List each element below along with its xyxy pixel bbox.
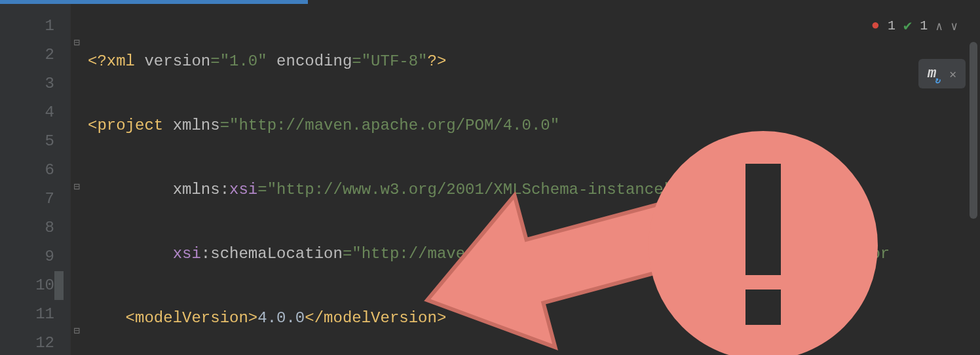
code-line[interactable]: xsi:schemaLocation="http://maven.apache.… — [88, 240, 980, 269]
line-number-gutter: 1 2 3 4 5 6 7 8 9 10 11 12 — [0, 0, 71, 355]
scrollbar-thumb[interactable] — [970, 42, 977, 219]
line-number: 8 — [0, 214, 54, 242]
fold-toggle-icon[interactable]: ⊟ — [72, 183, 81, 192]
line-number: 5 — [0, 127, 54, 156]
ok-icon: ✔ — [903, 17, 912, 35]
code-line[interactable]: xmlns:xsi="http://www.w3.org/2001/XMLSch… — [88, 176, 980, 204]
line-number: 2 — [0, 41, 54, 69]
line-number: 7 — [0, 185, 54, 214]
code-content[interactable]: <?xml version="1.0" encoding="UTF-8"?> <… — [84, 0, 980, 355]
line-number: 1 — [0, 12, 54, 41]
line-number: 10 — [0, 271, 54, 300]
ok-count: 1 — [920, 18, 928, 33]
fold-toggle-icon[interactable]: ⊟ — [72, 327, 81, 336]
line-number: 11 — [0, 300, 54, 329]
code-editor[interactable]: 1 2 3 4 5 6 7 8 9 10 11 12 ⊟ ⊟ ⊟ <?xml v… — [0, 0, 980, 355]
code-line[interactable]: <modelVersion>4.0.0</modelVersion> — [88, 304, 980, 333]
fold-toggle-icon[interactable]: ⊟ — [72, 39, 81, 48]
line-number: 12 — [0, 329, 54, 355]
error-icon: ● — [871, 18, 880, 34]
inspection-widget[interactable]: ● 1 ✔ 1 ∧ ∨ — [871, 17, 958, 35]
progress-bar — [0, 0, 308, 4]
fold-column: ⊟ ⊟ ⊟ — [71, 0, 84, 355]
maven-reload-popup[interactable]: m↻ ✕ — [918, 59, 966, 88]
error-count: 1 — [888, 18, 895, 33]
line-number: 3 — [0, 69, 54, 98]
line-number: 6 — [0, 156, 54, 185]
maven-reload-icon[interactable]: m↻ — [928, 65, 936, 82]
code-line[interactable]: <project xmlns="http://maven.apache.org/… — [88, 111, 980, 140]
line-number: 4 — [0, 98, 54, 127]
close-icon[interactable]: ✕ — [949, 67, 956, 81]
prev-issue-button[interactable]: ∧ — [935, 19, 943, 33]
next-issue-button[interactable]: ∨ — [951, 19, 958, 33]
line-number: 9 — [0, 242, 54, 271]
code-line[interactable]: <?xml version="1.0" encoding="UTF-8"?> — [88, 47, 980, 76]
